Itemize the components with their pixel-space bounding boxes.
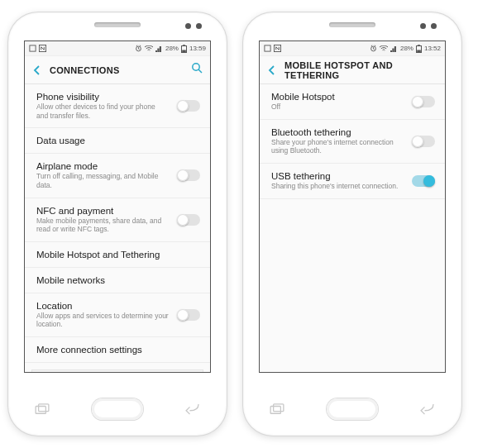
row-subtext: Allow apps and services to determine you… (36, 312, 169, 329)
home-button[interactable] (327, 398, 378, 420)
row-label: Mobile Hotspot (271, 92, 404, 102)
back-key[interactable] (418, 403, 437, 415)
toggle-switch[interactable] (412, 96, 435, 107)
app-bar: CONNECTIONS (25, 56, 210, 84)
alarm-icon (370, 45, 377, 52)
clock-text: 13:52 (424, 45, 441, 52)
row-subtext: Share your phone's internet connection u… (271, 138, 404, 155)
toggle-switch[interactable] (412, 175, 435, 187)
settings-row[interactable]: Airplane modeTurn off calling, messaging… (25, 154, 210, 198)
row-label: Mobile Hotspot and Tethering (36, 250, 200, 260)
wifi-icon (145, 45, 153, 52)
row-subtext: Off (271, 102, 404, 112)
signal-icon (390, 45, 398, 52)
toggle-switch[interactable] (177, 214, 200, 226)
settings-row[interactable]: Mobile HotspotOff (260, 84, 445, 120)
rotate-icon (264, 45, 271, 52)
settings-row[interactable]: More connection settings (25, 337, 210, 363)
row-subtext: Sharing this phone's internet connection… (271, 182, 404, 191)
wifi-icon (380, 45, 388, 52)
recents-key[interactable] (268, 403, 286, 415)
row-label: Location (36, 301, 169, 311)
settings-row[interactable]: Data usage (25, 128, 210, 154)
row-label: More connection settings (36, 345, 200, 355)
home-button[interactable] (92, 398, 143, 420)
phone-sensors (185, 23, 202, 29)
settings-row[interactable]: USB tetheringSharing this phone's intern… (260, 164, 445, 199)
settings-row[interactable]: Phone visibilityAllow other devices to f… (25, 84, 210, 128)
battery-percent: 28% (165, 45, 179, 52)
row-label: Mobile networks (36, 275, 200, 285)
svg-rect-0 (30, 45, 36, 51)
settings-row[interactable]: Mobile networks (25, 268, 210, 293)
search-button[interactable] (191, 62, 203, 78)
back-button[interactable] (266, 64, 278, 76)
row-subtext: Turn off calling, messaging, and Mobile … (36, 172, 169, 189)
app-bar: MOBILE HOTSPOT AND TETHERING (260, 56, 445, 84)
toggle-switch[interactable] (177, 309, 200, 321)
clock-text: 13:59 (189, 45, 206, 52)
phone-right: 28% 13:52 MOBILE HOTSPOT AND TETHERING M… (243, 12, 461, 436)
toggle-switch[interactable] (177, 169, 200, 181)
recents-key[interactable] (33, 403, 51, 415)
screen: 28% 13:59 CONNECTIONS Phone visibilityAl… (24, 41, 211, 373)
nfc-icon (39, 45, 46, 52)
page-title: MOBILE HOTSPOT AND TETHERING (284, 60, 438, 80)
nfc-icon (274, 45, 281, 52)
footer-card: LOOKING FOR SOMETHING ELSE?SAMSUNG CLOUD (31, 369, 203, 372)
row-subtext: Make mobile payments, share data, and re… (36, 217, 169, 234)
svg-rect-15 (270, 407, 280, 414)
battery-percent: 28% (400, 45, 413, 52)
row-label: Bluetooth tethering (271, 127, 404, 137)
signal-icon (155, 45, 163, 52)
row-subtext: Allow other devices to find your phone a… (36, 102, 169, 120)
svg-point-6 (193, 64, 199, 70)
nav-buttons (243, 388, 461, 436)
phone-sensors (420, 23, 437, 29)
phone-speaker (94, 22, 141, 27)
row-label: Airplane mode (36, 161, 169, 171)
settings-row[interactable]: NFC and paymentMake mobile payments, sha… (25, 198, 210, 242)
settings-row[interactable]: Mobile Hotspot and Tethering (25, 242, 210, 268)
settings-row[interactable]: LocationAllow apps and services to deter… (25, 293, 210, 337)
settings-list[interactable]: Mobile HotspotOffBluetooth tetheringShar… (260, 84, 445, 372)
back-key[interactable] (184, 403, 202, 415)
toggle-switch[interactable] (177, 100, 200, 112)
status-bar: 28% 13:59 (25, 41, 210, 56)
svg-rect-5 (182, 50, 186, 52)
row-label: NFC and payment (36, 206, 169, 216)
svg-rect-13 (418, 45, 420, 45)
search-icon (191, 62, 203, 74)
toggle-switch[interactable] (412, 136, 435, 147)
svg-rect-4 (183, 45, 185, 45)
row-label: Data usage (36, 136, 200, 145)
screen: 28% 13:52 MOBILE HOTSPOT AND TETHERING M… (259, 41, 446, 373)
nav-buttons (8, 388, 227, 436)
battery-icon (181, 45, 187, 53)
settings-row[interactable]: Bluetooth tetheringShare your phone's in… (260, 120, 445, 164)
settings-list[interactable]: Phone visibilityAllow other devices to f… (25, 84, 210, 372)
rotate-icon (29, 45, 36, 52)
svg-rect-9 (265, 45, 270, 51)
status-bar: 28% 13:52 (260, 41, 445, 56)
alarm-icon (135, 45, 142, 52)
phone-speaker (329, 22, 375, 27)
back-button[interactable] (31, 64, 43, 76)
svg-rect-7 (36, 407, 45, 414)
svg-rect-14 (417, 50, 421, 52)
page-title: CONNECTIONS (50, 65, 184, 75)
svg-rect-8 (39, 404, 49, 412)
row-label: Phone visibility (36, 92, 169, 102)
battery-icon (416, 45, 422, 53)
row-label: USB tethering (271, 171, 404, 181)
svg-rect-16 (274, 404, 284, 412)
phone-left: 28% 13:59 CONNECTIONS Phone visibilityAl… (8, 12, 227, 436)
